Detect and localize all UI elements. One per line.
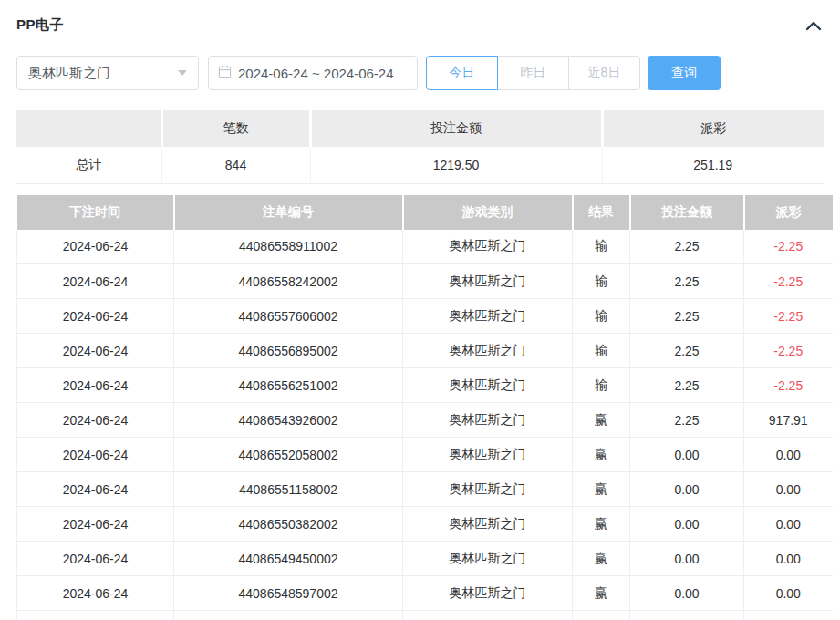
- game-type-cell: 奥林匹斯之门: [403, 472, 573, 507]
- bet-time-cell: 2024-06-24: [17, 576, 174, 611]
- game-select-value: 奥林匹斯之门: [28, 65, 110, 82]
- bet-amount-cell: 2.25: [630, 230, 744, 264]
- table-row: 2024-06-2444086558911002奥林匹斯之门输2.25-2.25: [17, 230, 833, 264]
- summary-header-payout: 派彩: [602, 110, 824, 147]
- summary-header-bet-amount: 投注金额: [310, 110, 602, 147]
- order-no-cell: [174, 611, 403, 620]
- table-row: 2024-06-2444086552058002奥林匹斯之门赢0.000.00: [17, 438, 833, 472]
- game-type-cell: 奥林匹斯之门: [403, 403, 573, 438]
- result-cell: 输: [573, 368, 630, 403]
- table-row: 2024-06-2444086548597002奥林匹斯之门赢0.000.00: [17, 576, 833, 611]
- bet-time-cell: 2024-06-24: [17, 542, 174, 576]
- result-cell: 赢: [573, 403, 630, 438]
- bet-time-cell: 2024-06-24: [17, 264, 174, 299]
- quick-date-button-group: 今日 昨日 近8日: [426, 56, 640, 90]
- panel-header: PP电子: [16, 0, 824, 34]
- bet-time-cell: 2024-06-24: [17, 334, 174, 368]
- order-no-cell: 44086552058002: [174, 438, 403, 472]
- order-no-cell: 44086551158002: [174, 472, 403, 507]
- order-no-cell: 44086558911002: [174, 230, 403, 264]
- bet-amount-cell: 0.00: [630, 576, 744, 611]
- game-type-cell: 奥林匹斯之门: [403, 507, 573, 542]
- order-no-cell: 44086556251002: [174, 368, 403, 403]
- payout-cell: 0.00: [744, 542, 833, 576]
- table-row: 2024-06-2444086550382002奥林匹斯之门赢0.000.00: [17, 507, 833, 542]
- game-type-cell: 奥林匹斯之门: [403, 368, 573, 403]
- table-row: 2024-06-2444086543926002奥林匹斯之门赢2.25917.9…: [17, 403, 833, 438]
- bet-records-table: 下注时间 注单编号 游戏类别 结果 投注金额 派彩 2024-06-244408…: [16, 195, 833, 620]
- pp-electronic-panel: PP电子 奥林匹斯之门 2024-06-24 ~ 2024: [0, 0, 840, 620]
- header-result: 结果: [573, 195, 630, 230]
- bet-time-cell: 2024-06-24: [17, 403, 174, 438]
- header-order-no: 注单编号: [174, 195, 403, 230]
- payout-cell: -2.25: [744, 264, 833, 299]
- last-8-days-button[interactable]: 近8日: [568, 56, 640, 90]
- summary-header-row: 笔数 投注金额 派彩: [16, 110, 824, 147]
- table-row: 2024-06-2444086551158002奥林匹斯之门赢0.000.00: [17, 472, 833, 507]
- header-game-type: 游戏类别: [403, 195, 573, 230]
- table-row: 2024-06-2444086557606002奥林匹斯之门输2.25-2.25: [17, 299, 833, 334]
- game-select[interactable]: 奥林匹斯之门: [16, 56, 199, 90]
- game-type-cell: 奥林匹斯之门: [403, 299, 573, 334]
- summary-header-count: 笔数: [161, 110, 310, 147]
- table-row: 2024-06-2444086558242002奥林匹斯之门输2.25-2.25: [17, 264, 833, 299]
- result-cell: 赢: [573, 576, 630, 611]
- payout-cell: [744, 611, 833, 620]
- header-payout: 派彩: [744, 195, 833, 230]
- bet-time-cell: 2024-06-24: [17, 368, 174, 403]
- result-cell: 输: [573, 299, 630, 334]
- result-cell: 赢: [573, 507, 630, 542]
- summary-total-count: 844: [161, 147, 310, 183]
- bet-time-cell: 2024-06-24: [17, 299, 174, 334]
- game-type-cell: 奥林匹斯之门: [403, 264, 573, 299]
- result-cell: 赢: [573, 472, 630, 507]
- payout-cell: 0.00: [744, 472, 833, 507]
- yesterday-button[interactable]: 昨日: [497, 56, 569, 90]
- game-type-cell: 奥林匹斯之门: [403, 230, 573, 264]
- bet-time-cell: 2024-06-24: [17, 438, 174, 472]
- bet-time-cell: 2024-06-24: [17, 472, 174, 507]
- payout-cell: 0.00: [744, 438, 833, 472]
- calendar-icon: [218, 65, 238, 81]
- bet-table-body: 2024-06-2444086558911002奥林匹斯之门输2.25-2.25…: [17, 230, 833, 620]
- header-bet-time: 下注时间: [17, 195, 174, 230]
- order-no-cell: 44086556895002: [174, 334, 403, 368]
- bet-amount-cell: 2.25: [630, 264, 744, 299]
- bet-amount-cell: 2.25: [630, 368, 744, 403]
- game-type-cell: 奥林匹斯之门: [403, 438, 573, 472]
- date-range-input[interactable]: 2024-06-24 ~ 2024-06-24: [208, 56, 418, 90]
- game-type-cell: 奥林匹斯之门: [403, 334, 573, 368]
- query-button[interactable]: 查询: [648, 56, 721, 90]
- bet-amount-cell: 0.00: [630, 472, 744, 507]
- order-no-cell: 44086557606002: [174, 299, 403, 334]
- bet-amount-cell: 2.25: [630, 403, 744, 438]
- payout-cell: 917.91: [744, 403, 833, 438]
- bet-amount-cell: 0.00: [630, 542, 744, 576]
- bet-amount-cell: 0.00: [630, 438, 744, 472]
- game-type-cell: 奥林匹斯之门: [403, 576, 573, 611]
- bet-time-cell: 2024-06-24: [17, 230, 174, 264]
- collapse-button[interactable]: [804, 18, 824, 33]
- result-cell: 输: [573, 230, 630, 264]
- payout-cell: -2.25: [744, 230, 833, 264]
- game-type-cell: [403, 611, 573, 620]
- result-cell: 赢: [573, 438, 630, 472]
- payout-cell: -2.25: [744, 334, 833, 368]
- bet-time-cell: [17, 611, 174, 620]
- result-cell: 输: [573, 334, 630, 368]
- game-type-cell: 奥林匹斯之门: [403, 542, 573, 576]
- bet-time-cell: 2024-06-24: [17, 507, 174, 542]
- today-button[interactable]: 今日: [426, 56, 498, 90]
- table-row-partial: [17, 611, 833, 620]
- payout-cell: 0.00: [744, 507, 833, 542]
- order-no-cell: 44086558242002: [174, 264, 403, 299]
- result-cell: 赢: [573, 542, 630, 576]
- summary-table: 笔数 投注金额 派彩 总计 844 1219.50 251.19: [16, 110, 824, 184]
- table-row: 2024-06-2444086556251002奥林匹斯之门输2.25-2.25: [17, 368, 833, 403]
- chevron-up-icon: [805, 20, 822, 34]
- bet-amount-cell: 2.25: [630, 299, 744, 334]
- table-row: 2024-06-2444086549450002奥林匹斯之门赢0.000.00: [17, 542, 833, 576]
- filter-bar: 奥林匹斯之门 2024-06-24 ~ 2024-06-24 今日 昨日 近8日…: [16, 56, 824, 90]
- summary-header-blank: [16, 110, 161, 147]
- bet-amount-cell: 0.00: [630, 507, 744, 542]
